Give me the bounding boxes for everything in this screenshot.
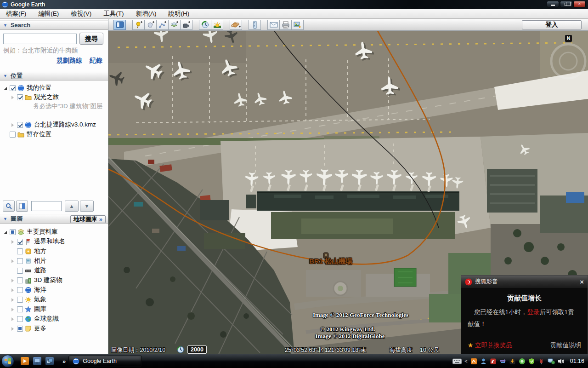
language-keyboard-icon[interactable] — [452, 358, 462, 364]
directions-link[interactable]: 規劃路線 — [57, 57, 82, 65]
tree-label[interactable]: 相片 — [34, 257, 46, 265]
tray-collapse-chevron[interactable]: < — [464, 358, 467, 364]
search-panel-header[interactable]: ▼ Search — [0, 20, 108, 30]
title-bar[interactable]: Google Earth × — [0, 0, 588, 9]
tray-app2-icon[interactable] — [480, 358, 487, 365]
add-placemark-button[interactable] — [132, 20, 145, 30]
tree-label[interactable]: 台北捷運路線v3.0.kmz — [34, 121, 96, 129]
restore-button[interactable] — [560, 1, 572, 7]
add-polygon-button[interactable] — [144, 20, 157, 30]
expander-icon[interactable] — [10, 307, 15, 312]
snapshot-view-button[interactable] — [16, 201, 28, 212]
tree-label[interactable]: 3D 建築物 — [34, 276, 62, 284]
record-tour-button[interactable] — [180, 20, 192, 30]
redeem-prize-link[interactable]: ★立即兑换奖品 — [468, 341, 512, 350]
power-plug-icon[interactable] — [538, 358, 545, 365]
previous-result-button[interactable]: ▲ — [65, 201, 79, 212]
search-button[interactable]: 搜尋 — [79, 33, 103, 45]
historical-imagery-button[interactable] — [199, 20, 211, 30]
tree-label[interactable]: 道路 — [34, 266, 46, 275]
network-icon[interactable] — [548, 358, 555, 365]
find-input[interactable] — [31, 201, 62, 211]
menu-tools[interactable]: 工具(T) — [97, 9, 130, 19]
tree-item-ocean[interactable]: 海洋 — [10, 285, 46, 294]
tray-app3-icon[interactable] — [490, 358, 497, 365]
add-image-overlay-button[interactable] — [168, 20, 181, 30]
tray-app1-icon[interactable] — [470, 358, 477, 365]
start-button[interactable] — [1, 355, 14, 368]
minimize-button[interactable] — [547, 1, 559, 7]
tree-item-metro-kmz[interactable]: 台北捷運路線v3.0.kmz — [10, 120, 96, 129]
search-input[interactable] — [3, 34, 77, 44]
tree-label[interactable]: 氣象 — [34, 295, 46, 304]
tree-item-global-awareness[interactable]: 全球意識 — [10, 314, 59, 323]
signin-button[interactable]: 登入 — [522, 20, 582, 29]
close-button[interactable]: × — [573, 1, 586, 7]
tree-item-roads[interactable]: 道路 — [10, 266, 46, 275]
contribution-info-link[interactable]: 贡献值说明 — [550, 341, 582, 350]
checkbox-layer[interactable] — [17, 297, 23, 303]
tray-app4-icon[interactable] — [499, 358, 506, 365]
tree-label[interactable]: 邊界和地名 — [34, 237, 65, 246]
tree-item-primary-database[interactable]: 主要資料庫 — [3, 227, 58, 236]
volume-icon[interactable] — [558, 358, 565, 365]
quicklaunch-show-desktop-icon[interactable] — [33, 357, 41, 365]
menu-help[interactable]: 說明(H) — [163, 9, 196, 19]
earth-gallery-button[interactable]: 地球圖庫 » — [70, 215, 106, 223]
checkbox-metro[interactable] — [17, 122, 23, 128]
checkbox-layer[interactable] — [17, 239, 23, 245]
sunlight-button[interactable] — [211, 20, 223, 30]
historical-clock-icon[interactable] — [176, 345, 185, 354]
checkbox-tour[interactable] — [17, 94, 23, 100]
popup-header[interactable]: 搜狐影音 × — [461, 276, 588, 288]
imagery-year-badge[interactable]: 2000 — [187, 345, 207, 354]
menu-file[interactable]: 檔案(F) — [0, 9, 32, 19]
expander-icon[interactable] — [3, 230, 8, 235]
quicklaunch-media-player-icon[interactable] — [21, 357, 29, 365]
tree-item-temp-places[interactable]: 暫存位置 — [3, 130, 51, 139]
expander-icon[interactable] — [10, 95, 15, 100]
checkbox-layer[interactable] — [17, 306, 23, 312]
checkbox-layer[interactable] — [17, 258, 23, 264]
menu-add[interactable]: 新增(A) — [130, 9, 163, 19]
checkbox-layer[interactable] — [17, 277, 23, 283]
places-panel-header[interactable]: ▼ 位置 — [0, 71, 108, 80]
tree-label[interactable]: 暫存位置 — [27, 130, 51, 138]
tree-label[interactable]: 我的位置 — [27, 84, 51, 92]
checkbox-layer[interactable] — [17, 248, 23, 254]
expander-icon[interactable] — [3, 86, 8, 91]
next-result-button[interactable]: ▼ — [80, 201, 94, 212]
tray-app5-icon[interactable] — [509, 358, 516, 365]
save-image-button[interactable] — [291, 20, 304, 30]
tray-app7-icon[interactable] — [528, 358, 535, 365]
tree-label[interactable]: 地方 — [34, 247, 46, 255]
tree-label[interactable]: 圖庫 — [34, 305, 46, 313]
find-button[interactable] — [3, 201, 15, 212]
checkbox-temp-places[interactable] — [10, 132, 16, 138]
checkbox-layer[interactable] — [17, 316, 23, 322]
checkbox-layer[interactable] — [17, 326, 23, 332]
quicklaunch-overflow-chevron[interactable]: » — [62, 358, 66, 365]
history-link[interactable]: 紀錄 — [90, 57, 102, 65]
expander-icon[interactable] — [10, 259, 15, 264]
expander-icon[interactable] — [10, 288, 15, 293]
station-label[interactable]: BR1 松山機場 — [294, 257, 368, 266]
email-button[interactable] — [267, 20, 280, 30]
tree-label[interactable]: 海洋 — [34, 286, 46, 294]
expander-icon[interactable] — [10, 239, 15, 244]
tree-item-photos[interactable]: 相片 — [10, 256, 46, 265]
add-path-button[interactable] — [156, 20, 169, 30]
expander-icon[interactable] — [10, 316, 15, 322]
tree-item-gallery[interactable]: 圖庫 — [10, 305, 46, 314]
login-link[interactable]: 登录 — [527, 309, 540, 316]
tree-label[interactable]: 更多 — [34, 324, 46, 333]
checkbox-layer[interactable] — [17, 287, 23, 293]
expander-icon[interactable] — [10, 122, 15, 127]
expander-icon[interactable] — [10, 297, 15, 302]
tree-item-3d-buildings[interactable]: 3D 建築物 — [10, 276, 62, 285]
taskbar-google-earth-button[interactable]: Google Earth — [68, 356, 142, 367]
planets-button[interactable] — [230, 20, 242, 30]
checkbox-layer[interactable] — [17, 268, 23, 274]
tree-item-places-layer[interactable]: 地方 — [10, 247, 46, 256]
tree-label[interactable]: 观光之旅 — [34, 93, 59, 101]
